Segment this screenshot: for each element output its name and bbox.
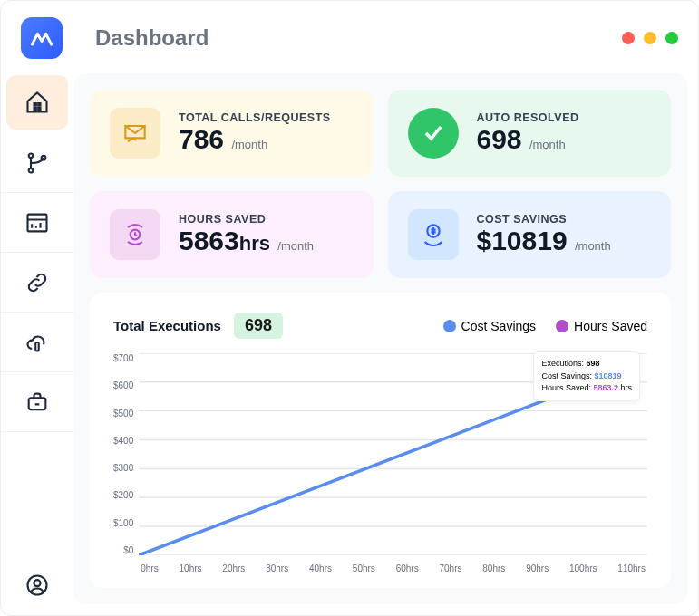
- period: /month: [231, 138, 267, 151]
- card-value: 5863hrs /month: [179, 226, 314, 256]
- svg-point-1: [29, 168, 34, 172]
- check-icon: [408, 108, 459, 159]
- sidebar: [1, 68, 73, 615]
- cost-icon: [408, 209, 459, 260]
- y-axis: $700 $600 $500 $400 $300 $200 $100 $0: [113, 348, 139, 573]
- xtick: 0hrs: [141, 563, 158, 573]
- dot-blue-icon: [443, 320, 456, 332]
- x-axis: 0hrs 10hrs 20hrs 30hrs 40hrs 50hrs 60hrs…: [139, 563, 647, 573]
- minimize-dot[interactable]: [644, 32, 656, 44]
- unit: hrs: [239, 232, 270, 255]
- cloud-icon: [24, 330, 50, 355]
- tt-hours-val: 5863.2: [593, 383, 618, 392]
- xtick: 30hrs: [266, 563, 288, 573]
- card-value: 698 /month: [477, 124, 579, 155]
- home-icon: [24, 90, 50, 115]
- tt-cost-val: $10819: [594, 371, 621, 380]
- sidebar-item-cloud[interactable]: [1, 313, 73, 372]
- tt-cost-label: Cost Savings:: [541, 371, 592, 380]
- val: 698: [477, 124, 522, 154]
- legend-hours: Hours Saved: [556, 319, 647, 333]
- plot[interactable]: Executions: 698 Cost Savings: $10819 Hou…: [139, 348, 647, 573]
- branch-icon: [24, 150, 50, 176]
- calls-icon: [110, 108, 160, 159]
- ytick: $0: [123, 545, 133, 555]
- val: 5863: [179, 226, 239, 255]
- card-label: AUTO RESOLVED: [477, 111, 579, 124]
- tt-exec-label: Executions:: [541, 359, 584, 368]
- card-label: HOURS SAVED: [179, 213, 314, 226]
- card-value: 786 /month: [179, 124, 331, 155]
- card-label: COST SAVINGS: [477, 213, 611, 226]
- xtick: 10hrs: [180, 563, 202, 573]
- briefcase-icon: [24, 390, 50, 415]
- sidebar-item-user[interactable]: [1, 555, 73, 615]
- ytick: $100: [113, 518, 133, 528]
- xtick: 20hrs: [222, 563, 245, 573]
- ytick: $700: [113, 353, 133, 363]
- app-logo[interactable]: [21, 17, 63, 59]
- xtick: 40hrs: [309, 563, 332, 573]
- ytick: $600: [113, 380, 133, 390]
- tt-exec-val: 698: [586, 359, 599, 368]
- chart-header: Total Executions 698 Cost Savings Hours …: [113, 313, 647, 339]
- chart-legend: Cost Savings Hours Saved: [443, 319, 647, 333]
- close-dot[interactable]: [622, 32, 635, 44]
- sidebar-item-briefcase[interactable]: [1, 372, 73, 432]
- window-controls: [622, 32, 678, 44]
- xtick: 110hrs: [617, 563, 646, 573]
- sidebar-item-home[interactable]: [6, 75, 68, 130]
- maximize-dot[interactable]: [665, 32, 678, 44]
- chart-card: Total Executions 698 Cost Savings Hours …: [90, 293, 671, 588]
- hours-icon: [110, 209, 160, 260]
- page-title: Dashboard: [95, 25, 209, 51]
- sidebar-item-chart[interactable]: [1, 193, 73, 253]
- dot-purple-icon: [556, 320, 568, 332]
- ytick: $400: [113, 436, 133, 446]
- svg-point-7: [34, 580, 41, 586]
- legend-cost-label: Cost Savings: [461, 319, 536, 333]
- app-window: Dashboard: [0, 0, 699, 616]
- xtick: 70hrs: [439, 563, 461, 573]
- legend-hours-label: Hours Saved: [574, 319, 647, 333]
- card-text: TOTAL CALLS/REQUESTS 786 /month: [179, 111, 331, 155]
- tt-hours-unit: hrs: [620, 383, 632, 392]
- card-auto-resolved: AUTO RESOLVED 698 /month: [388, 90, 672, 177]
- card-total-calls: TOTAL CALLS/REQUESTS 786 /month: [90, 90, 374, 177]
- chart-tooltip: Executions: 698 Cost Savings: $10819 Hou…: [533, 351, 640, 401]
- header: Dashboard: [1, 1, 698, 68]
- card-hours-saved: HOURS SAVED 5863hrs /month: [90, 191, 374, 278]
- tt-hours-label: Hours Saved:: [541, 383, 591, 392]
- legend-cost: Cost Savings: [443, 319, 536, 333]
- card-label: TOTAL CALLS/REQUESTS: [179, 111, 331, 124]
- chart-icon: [24, 210, 50, 236]
- card-value: $10819 /month: [477, 226, 611, 256]
- user-icon: [24, 573, 50, 598]
- chart-area: $700 $600 $500 $400 $300 $200 $100 $0: [113, 348, 647, 573]
- val: $10819: [477, 226, 568, 255]
- xtick: 50hrs: [353, 563, 375, 573]
- ytick: $200: [113, 490, 133, 500]
- val: 786: [179, 124, 224, 154]
- logo-icon: [29, 25, 54, 51]
- period: /month: [575, 239, 611, 253]
- card-text: COST SAVINGS $10819 /month: [477, 213, 611, 256]
- chart-title: Total Executions: [113, 318, 221, 333]
- svg-rect-3: [28, 214, 47, 231]
- xtick: 90hrs: [526, 563, 549, 573]
- card-cost-savings: COST SAVINGS $10819 /month: [388, 191, 672, 278]
- chart-badge: 698: [234, 313, 283, 339]
- sidebar-item-link[interactable]: [1, 253, 73, 313]
- stat-cards: TOTAL CALLS/REQUESTS 786 /month AUTO RES…: [90, 90, 671, 278]
- xtick: 60hrs: [396, 563, 419, 573]
- period: /month: [529, 138, 566, 151]
- xtick: 80hrs: [482, 563, 505, 573]
- ytick: $500: [113, 409, 133, 419]
- card-text: HOURS SAVED 5863hrs /month: [179, 213, 314, 256]
- body: TOTAL CALLS/REQUESTS 786 /month AUTO RES…: [1, 68, 698, 615]
- svg-rect-4: [35, 342, 39, 351]
- sidebar-item-branch[interactable]: [1, 133, 73, 193]
- period: /month: [277, 239, 314, 253]
- svg-point-0: [29, 153, 34, 158]
- ytick: $300: [113, 463, 133, 473]
